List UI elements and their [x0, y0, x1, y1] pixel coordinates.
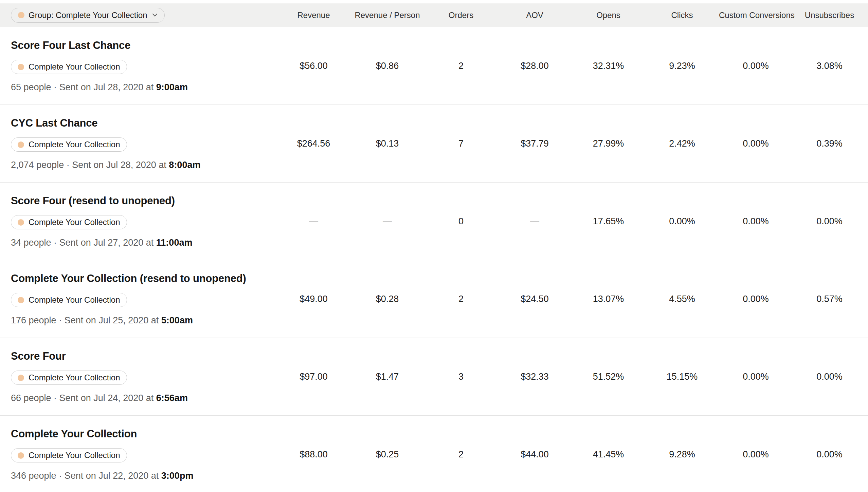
cell-clicks: 9.23%	[645, 61, 719, 71]
campaign-stats-page: Group: Complete Your Collection Revenue …	[0, 0, 868, 492]
cell-opens: 51.52%	[572, 372, 645, 382]
cell-revenue-per-person: $0.25	[350, 449, 424, 460]
meta-text: 65 people · Sent on Jul 28, 2020 at	[11, 82, 156, 92]
campaign-row[interactable]: Complete Your Collection (resend to unop…	[0, 260, 868, 338]
cell-orders: 7	[424, 138, 498, 149]
campaign-meta: 346 people · Sent on Jul 22, 2020 at 3:0…	[11, 470, 277, 481]
campaign-title[interactable]: Complete Your Collection	[11, 427, 277, 441]
meta-send-time: 3:00pm	[161, 471, 194, 481]
cell-clicks: 0.00%	[645, 216, 719, 227]
cell-opens: 32.31%	[572, 61, 645, 71]
column-header-clicks[interactable]: Clicks	[645, 11, 719, 20]
campaign-row[interactable]: CYC Last Chance Complete Your Collection…	[0, 105, 868, 183]
cell-revenue-per-person: —	[350, 216, 424, 227]
cell-revenue: —	[277, 216, 350, 227]
tag-color-dot	[18, 452, 24, 459]
campaign-row[interactable]: Score Four Complete Your Collection 66 p…	[0, 338, 868, 416]
campaign-title[interactable]: Score Four	[11, 349, 277, 363]
meta-text: 2,074 people · Sent on Jul 28, 2020 at	[11, 160, 169, 170]
group-filter-dropdown[interactable]: Group: Complete Your Collection	[11, 8, 165, 23]
tag-label: Complete Your Collection	[29, 62, 120, 72]
cell-opens: 27.99%	[572, 138, 645, 149]
campaign-row[interactable]: Complete Your Collection Complete Your C…	[0, 416, 868, 492]
cell-revenue-per-person: $0.28	[350, 294, 424, 304]
column-header-revenue-per-person[interactable]: Revenue / Person	[350, 11, 424, 20]
cell-aov: $32.33	[498, 372, 572, 382]
tag-label: Complete Your Collection	[29, 140, 120, 149]
campaign-title[interactable]: Score Four (resend to unopened)	[11, 194, 277, 208]
campaign-meta: 34 people · Sent on Jul 27, 2020 at 11:0…	[11, 237, 277, 248]
column-header-unsubscribes[interactable]: Unsubscribes	[793, 11, 866, 20]
tag-label: Complete Your Collection	[29, 373, 120, 382]
campaign-tag-chip[interactable]: Complete Your Collection	[11, 448, 127, 462]
cell-unsubscribes: 0.57%	[793, 294, 866, 304]
table-header: Group: Complete Your Collection Revenue …	[0, 3, 868, 27]
campaign-meta: 2,074 people · Sent on Jul 28, 2020 at 8…	[11, 159, 277, 171]
filter-cell: Group: Complete Your Collection	[0, 8, 277, 23]
campaign-title[interactable]: Complete Your Collection (resend to unop…	[11, 272, 277, 285]
meta-send-time: 11:00am	[156, 238, 193, 248]
cell-aov: $28.00	[498, 61, 572, 71]
campaign-list: Score Four Last Chance Complete Your Col…	[0, 27, 868, 492]
meta-text: 346 people · Sent on Jul 22, 2020 at	[11, 471, 161, 481]
cell-clicks: 15.15%	[645, 372, 719, 382]
column-header-aov[interactable]: AOV	[498, 11, 572, 20]
cell-clicks: 9.28%	[645, 449, 719, 460]
campaign-tag-chip[interactable]: Complete Your Collection	[11, 293, 127, 307]
cell-unsubscribes: 3.08%	[793, 61, 866, 71]
column-header-revenue[interactable]: Revenue	[277, 11, 350, 20]
tag-label: Complete Your Collection	[29, 451, 120, 460]
column-header-orders[interactable]: Orders	[424, 11, 498, 20]
cell-revenue: $56.00	[277, 61, 350, 71]
campaign-tag-chip[interactable]: Complete Your Collection	[11, 215, 127, 229]
cell-aov: —	[498, 216, 572, 227]
cell-orders: 2	[424, 449, 498, 460]
cell-unsubscribes: 0.00%	[793, 216, 866, 227]
tag-label: Complete Your Collection	[29, 295, 120, 305]
cell-aov: $44.00	[498, 449, 572, 460]
campaign-row[interactable]: Score Four (resend to unopened) Complete…	[0, 183, 868, 260]
cell-revenue: $88.00	[277, 449, 350, 460]
cell-opens: 17.65%	[572, 216, 645, 227]
campaign-meta: 66 people · Sent on Jul 24, 2020 at 6:56…	[11, 392, 277, 404]
cell-unsubscribes: 0.00%	[793, 449, 866, 460]
campaign-info-cell: CYC Last Chance Complete Your Collection…	[0, 116, 277, 171]
cell-orders: 2	[424, 61, 498, 71]
campaign-tag-chip[interactable]: Complete Your Collection	[11, 371, 127, 385]
tag-color-dot	[18, 297, 24, 303]
cell-aov: $24.50	[498, 294, 572, 304]
campaign-info-cell: Score Four (resend to unopened) Complete…	[0, 194, 277, 248]
campaign-info-cell: Score Four Last Chance Complete Your Col…	[0, 39, 277, 93]
cell-custom-conversions: 0.00%	[719, 294, 793, 304]
tag-label: Complete Your Collection	[29, 217, 120, 227]
column-header-opens[interactable]: Opens	[572, 11, 645, 20]
tag-color-dot	[18, 64, 24, 70]
cell-revenue: $264.56	[277, 138, 350, 149]
meta-send-time: 8:00am	[169, 160, 200, 170]
cell-custom-conversions: 0.00%	[719, 138, 793, 149]
tag-color-dot	[18, 219, 24, 226]
column-header-custom-conversions[interactable]: Custom Conversions	[719, 11, 793, 20]
meta-text: 176 people · Sent on Jul 25, 2020 at	[11, 315, 161, 325]
cell-custom-conversions: 0.00%	[719, 372, 793, 382]
campaign-row[interactable]: Score Four Last Chance Complete Your Col…	[0, 27, 868, 105]
cell-unsubscribes: 0.00%	[793, 372, 866, 382]
campaign-info-cell: Score Four Complete Your Collection 66 p…	[0, 349, 277, 404]
chevron-down-icon	[152, 13, 158, 17]
cell-aov: $37.79	[498, 138, 572, 149]
cell-custom-conversions: 0.00%	[719, 216, 793, 227]
cell-opens: 41.45%	[572, 449, 645, 460]
campaign-title[interactable]: Score Four Last Chance	[11, 39, 277, 52]
cell-custom-conversions: 0.00%	[719, 61, 793, 71]
cell-custom-conversions: 0.00%	[719, 449, 793, 460]
group-filter-label: Group: Complete Your Collection	[29, 11, 147, 20]
cell-unsubscribes: 0.39%	[793, 138, 866, 149]
meta-text: 66 people · Sent on Jul 24, 2020 at	[11, 393, 156, 403]
campaign-title[interactable]: CYC Last Chance	[11, 116, 277, 130]
cell-revenue: $97.00	[277, 372, 350, 382]
campaign-info-cell: Complete Your Collection (resend to unop…	[0, 272, 277, 326]
campaign-tag-chip[interactable]: Complete Your Collection	[11, 60, 127, 74]
meta-send-time: 6:56am	[156, 393, 188, 403]
campaign-tag-chip[interactable]: Complete Your Collection	[11, 137, 127, 152]
cell-clicks: 4.55%	[645, 294, 719, 304]
